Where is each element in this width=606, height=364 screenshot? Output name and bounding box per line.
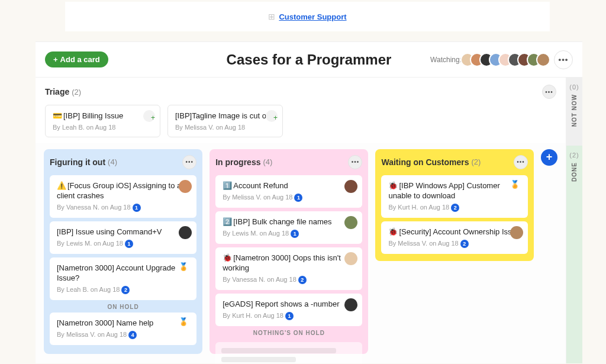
comment-badge: 2 [298,276,307,284]
card-meta: By Kurt H. on Aug 18 [388,204,449,211]
pipeline-card[interactable]: 🐞[Security] Account Ownership Issue By M… [381,221,528,254]
empty-placeholder [215,342,362,363]
grid-icon: ⊞ [268,12,275,21]
card-title: [Security] Account Ownership Issue [399,227,520,236]
pipeline-more-button[interactable]: ••• [348,155,362,169]
parent-project-tab[interactable]: ⊞ Customer Support [65,2,550,31]
bug-icon: 🐞 [388,227,398,236]
add-card-label: Add a card [60,55,100,64]
comment-badge: 2 [451,204,459,212]
avatar[interactable] [536,53,550,67]
triage-card[interactable]: 💳[IBP] Billing Issue By Leah B. on Aug 1… [45,105,160,137]
card-title: [IBP] Billing Issue [63,111,123,120]
pipeline-card[interactable]: 2️⃣[IBP] Bulk change file names By Lewis… [215,211,362,244]
bug-icon: 🐞 [388,181,398,190]
pipeline-card[interactable]: [Nametron 3000] Account Upgrade Issue? B… [50,257,196,300]
comment-badge: 1 [133,204,141,212]
card-meta: By Lewis M. on Aug 18 [57,240,123,247]
pipeline-count: (4) [108,157,117,166]
triage-count: (2) [72,88,81,96]
credit-card-icon: 💳 [53,111,62,120]
pipeline-card[interactable]: [eGADS] Report shows a -number By Kurt H… [215,294,362,326]
card-meta: By Lewis M. on Aug 18 [223,230,289,237]
priority-two-icon: 2️⃣ [223,217,232,226]
card-title: [eGADS] Report shows a -number [223,299,339,308]
comment-badge: 4 [128,331,137,339]
bug-icon: 🐞 [223,253,232,262]
card-title: [IBP]Tagline Image is cut off [175,111,270,120]
assignee-avatar[interactable] [344,216,357,229]
pipeline-waiting-on-customers: Waiting on Customers (2) ••• 🐞[IBP Windo… [375,149,534,261]
pipeline-more-button[interactable]: ••• [514,155,528,169]
pipeline-count: (2) [472,157,481,166]
pipeline-count: (4) [263,157,272,166]
add-pipeline-button[interactable]: + [541,149,557,166]
card-meta: By Melissa V. on Aug 18 [223,194,292,201]
card-meta: By Melissa V. on Aug 18 [175,124,275,131]
card-title: [Nametron 3000] Oops this isn't working [223,253,341,272]
assignee-avatar[interactable] [344,180,357,193]
pipeline-card[interactable]: [IBP] Issue using Command+V By Lewis M. … [50,221,196,254]
card-title: [Nametron 3000] Name help [57,318,153,327]
pipeline-title: Figuring it out [50,157,105,167]
card-meta: By Vanessa N. on Aug 18 [223,276,296,283]
pipeline-more-button[interactable]: ••• [182,155,196,169]
comment-badge: 2 [460,240,469,248]
medal-icon: 🏅 [179,262,192,275]
pipeline-card[interactable]: 🐞[IBP Windows App] Customer unable to do… [381,175,528,218]
board-more-button[interactable]: ••• [554,50,573,69]
rail-notnow-count: (0) [569,83,579,91]
assignee-avatar[interactable] [344,252,357,265]
assignee-avatar[interactable] [510,226,523,239]
assignee-avatar[interactable] [179,226,192,239]
assign-plus-icon[interactable]: + [143,110,155,122]
card-meta: By Kurt H. on Aug 18 [223,312,283,319]
pipeline-title: Waiting on Customers [381,157,469,167]
card-meta: By Melissa V. on Aug 18 [388,240,458,247]
assignee-avatar[interactable] [179,180,192,193]
watching-label: Watching: [430,56,462,64]
card-title: [IBP] Issue using Command+V [57,227,162,236]
right-rail: (0) NOT NOW (2) DONE [566,78,582,363]
triage-title: Triage [45,87,69,96]
watcher-avatars[interactable] [465,53,550,67]
on-hold-divider: ON HOLD [50,300,196,313]
comment-badge: 2 [121,286,130,294]
card-meta: By Leah B. on Aug 18 [57,286,120,293]
priority-one-icon: 1️⃣ [223,181,232,190]
parent-project-link[interactable]: Customer Support [279,12,346,21]
card-title: Account Refund [233,181,288,190]
add-pipeline-wrap: + [541,149,557,354]
pipeline-card[interactable]: [Nametron 3000] Name help By Melissa V. … [50,313,196,345]
board-body: Triage (2) ••• 💳[IBP] Billing Issue By L… [36,78,582,363]
warning-icon: ⚠️ [57,181,66,190]
add-card-button[interactable]: + Add a card [45,51,108,67]
board: + Add a card Cases for a Programmer Watc… [36,41,582,363]
plus-icon: + [53,55,58,64]
comment-badge: 1 [294,194,302,202]
comment-badge: 1 [125,240,133,248]
rail-done-count: (2) [569,152,579,159]
pipeline-title: In progress [215,157,260,167]
card-meta: By Leah B. on Aug 18 [53,124,153,131]
card-meta: By Vanessa N. on Aug 18 [57,204,131,211]
rail-notnow-label: NOT NOW [571,94,578,127]
pipeline-in-progress: In progress (4) ••• 1️⃣Account Refund By… [209,149,368,354]
triage-more-button[interactable]: ••• [542,85,556,99]
triage-section: Triage (2) ••• 💳[IBP] Billing Issue By L… [36,78,566,143]
assign-plus-icon[interactable]: + [266,110,278,122]
pipeline-figuring-it-out: Figuring it out (4) ••• ⚠️[Focus Group i… [44,149,202,354]
comment-badge: 1 [285,312,294,320]
rail-done[interactable]: (2) DONE [566,146,582,363]
comment-badge: 1 [291,230,299,238]
pipeline-card[interactable]: 🐞[Nametron 3000] Oops this isn't working… [215,247,362,290]
pipeline-card[interactable]: ⚠️[Focus Group iOS] Assigning to a clien… [50,175,196,218]
nothing-on-hold-divider: NOTHING'S ON HOLD [215,326,362,339]
medal-icon: 🏅 [179,317,192,330]
assignee-avatar[interactable] [344,298,357,311]
card-title: [Focus Group iOS] Assigning to a client … [57,181,181,200]
pipeline-card[interactable]: 1️⃣Account Refund By Melissa V. on Aug 1… [215,175,362,208]
card-title: [IBP] Bulk change file names [233,217,331,226]
rail-not-now[interactable]: (0) NOT NOW [566,78,582,146]
triage-card[interactable]: [IBP]Tagline Image is cut off By Melissa… [167,105,283,137]
